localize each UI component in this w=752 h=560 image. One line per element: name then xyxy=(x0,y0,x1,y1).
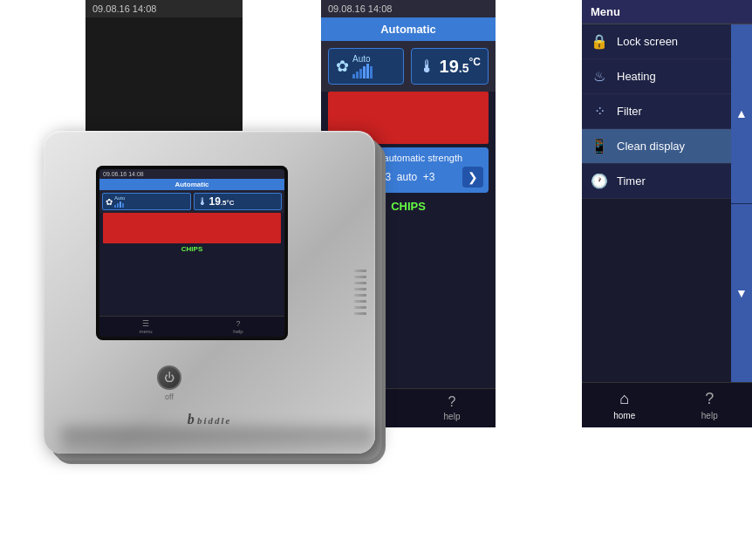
ds-fan-box: ✿ Auto xyxy=(102,193,191,210)
menu-content: 🔒 Lock screen ♨ Heating ⁘ Filter 📱 Clean… xyxy=(582,24,752,382)
bottom-nav-right: ⌂ home ? help xyxy=(582,382,752,427)
power-area: ⏻ off xyxy=(157,365,181,401)
ds-mode: Automatic xyxy=(99,179,284,190)
vent-line xyxy=(354,312,366,315)
adjust-plus-button[interactable]: ❯ xyxy=(462,167,483,188)
fan-bars xyxy=(352,64,373,79)
left-screen-topbar: 09.08.16 14:08 xyxy=(85,0,243,17)
ds-temp-box: 🌡 19.5°C xyxy=(194,193,283,210)
ds-menu-btn: ☰ menu xyxy=(99,317,192,337)
menu-header: Menu xyxy=(582,0,752,24)
device-screen-frame: 09.06.16 14:08 Automatic ✿ Auto xyxy=(96,166,288,340)
fan-status-box: ✿ Auto xyxy=(328,48,404,85)
timer-label: Timer xyxy=(617,174,646,188)
scroll-down-button[interactable]: ▼ xyxy=(731,204,752,383)
right-menu-screen: Menu 🔒 Lock screen ♨ Heating ⁘ Filter 📱 … xyxy=(582,0,752,427)
device-logo: b biddle xyxy=(188,412,232,427)
filter-icon: ⁘ xyxy=(591,103,608,120)
vent-line xyxy=(354,306,366,309)
vent-line xyxy=(354,282,366,284)
thermometer-icon: 🌡 xyxy=(419,57,436,77)
help-button-right[interactable]: ? help xyxy=(667,383,753,427)
device-screen-inner: 09.06.16 14:08 Automatic ✿ Auto xyxy=(99,169,284,337)
temp-value: 19.5°C xyxy=(440,56,481,77)
menu-scrollbar: ▲ ▼ xyxy=(731,24,752,382)
ds-menu-icon: ☰ xyxy=(142,319,149,328)
help-icon: ? xyxy=(448,394,456,410)
device-shadow xyxy=(61,427,375,462)
status-row: ✿ Auto 🌡 19.5°C xyxy=(321,41,496,92)
menu-list: 🔒 Lock screen ♨ Heating ⁘ Filter 📱 Clean… xyxy=(582,24,731,382)
filter-label: Filter xyxy=(617,105,642,118)
timer-icon: 🕐 xyxy=(591,173,608,189)
clean-display-icon: 📱 xyxy=(591,138,608,154)
help-button[interactable]: ? help xyxy=(408,389,496,427)
menu-item-clean-display[interactable]: 📱 Clean display xyxy=(582,129,731,164)
left-date: 09.08.16 14:08 xyxy=(92,3,156,14)
ds-heat-bar xyxy=(103,213,281,243)
hardware-device: 09.06.16 14:08 Automatic ✿ Auto xyxy=(26,113,401,488)
help-icon-right: ? xyxy=(705,390,714,408)
heating-icon: ♨ xyxy=(591,68,608,85)
ds-nav: ☰ menu ? help xyxy=(99,316,284,337)
clean-display-label: Clean display xyxy=(617,140,685,153)
lock-icon: 🔒 xyxy=(591,33,608,50)
vent-line xyxy=(354,270,366,272)
middle-topbar: 09.08.16 14:08 xyxy=(321,0,496,17)
home-icon: ⌂ xyxy=(619,390,629,408)
temp-status-box: 🌡 19.5°C xyxy=(411,48,489,85)
vent-line xyxy=(354,294,366,297)
ds-therm-icon: 🌡 xyxy=(197,195,208,208)
fan-label: Auto xyxy=(352,54,373,64)
menu-item-heating[interactable]: ♨ Heating xyxy=(582,59,731,94)
ds-topbar: 09.06.16 14:08 xyxy=(99,169,284,179)
fan-icon: ✿ xyxy=(336,57,349,76)
power-button[interactable]: ⏻ xyxy=(157,365,181,390)
heating-label: Heating xyxy=(617,70,656,83)
menu-item-filter[interactable]: ⁘ Filter xyxy=(582,94,731,129)
scroll-up-button[interactable]: ▲ xyxy=(731,24,752,204)
lock-screen-label: Lock screen xyxy=(617,35,678,48)
mode-header: Automatic xyxy=(321,17,496,41)
device-body: 09.06.16 14:08 Automatic ✿ Auto xyxy=(44,131,375,454)
ds-help-icon: ? xyxy=(236,319,240,328)
ds-fan-icon: ✿ xyxy=(106,197,113,207)
menu-item-lock-screen[interactable]: 🔒 Lock screen xyxy=(582,24,731,59)
vent-line xyxy=(354,288,366,290)
ds-help-btn: ? help xyxy=(192,317,284,337)
ds-chips: CHIPS xyxy=(99,243,284,255)
middle-date: 09.08.16 14:08 xyxy=(328,3,392,14)
ds-status: ✿ Auto 🌡 19.5°C xyxy=(99,190,284,213)
vent-line xyxy=(354,300,366,303)
home-button[interactable]: ⌂ home xyxy=(582,383,667,427)
vent-line xyxy=(354,276,366,278)
device-vents xyxy=(354,148,366,436)
ds-date: 09.06.16 14:08 xyxy=(103,171,144,177)
menu-item-timer[interactable]: 🕐 Timer xyxy=(582,164,731,199)
